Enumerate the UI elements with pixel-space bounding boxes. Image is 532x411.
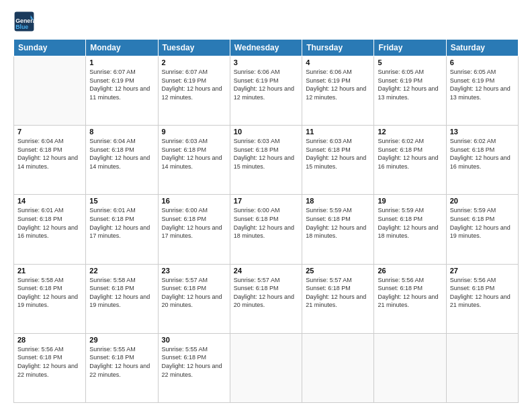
calendar-day-cell: 3Sunrise: 6:06 AMSunset: 6:19 PMDaylight… bbox=[230, 56, 302, 126]
day-info: Sunrise: 5:57 AMSunset: 6:18 PMDaylight:… bbox=[234, 276, 298, 310]
calendar-day-cell: 5Sunrise: 6:05 AMSunset: 6:19 PMDaylight… bbox=[374, 56, 446, 126]
day-number: 17 bbox=[234, 197, 298, 205]
day-info: Sunrise: 6:05 AMSunset: 6:19 PMDaylight:… bbox=[378, 68, 442, 101]
day-info: Sunrise: 6:04 AMSunset: 6:18 PMDaylight:… bbox=[89, 137, 154, 171]
day-info: Sunrise: 6:02 AMSunset: 6:18 PMDaylight:… bbox=[378, 137, 442, 171]
day-number: 25 bbox=[306, 267, 370, 275]
day-number: 16 bbox=[162, 197, 226, 205]
weekday-header-cell: Thursday bbox=[302, 40, 374, 56]
calendar-day-cell: 7Sunrise: 6:04 AMSunset: 6:18 PMDaylight… bbox=[14, 126, 86, 195]
calendar-week-row: 7Sunrise: 6:04 AMSunset: 6:18 PMDaylight… bbox=[14, 126, 519, 195]
calendar-day-cell: 28Sunrise: 5:56 AMSunset: 6:18 PMDayligh… bbox=[14, 333, 86, 402]
calendar-day-cell bbox=[14, 56, 86, 126]
day-info: Sunrise: 5:59 AMSunset: 6:18 PMDaylight:… bbox=[378, 206, 442, 240]
calendar-day-cell: 20Sunrise: 5:59 AMSunset: 6:18 PMDayligh… bbox=[446, 195, 518, 264]
calendar-day-cell: 17Sunrise: 6:00 AMSunset: 6:18 PMDayligh… bbox=[230, 195, 302, 264]
day-number: 6 bbox=[450, 58, 515, 66]
day-number: 18 bbox=[306, 197, 370, 205]
day-number: 1 bbox=[89, 58, 154, 66]
day-number: 10 bbox=[234, 128, 298, 136]
calendar-table: SundayMondayTuesdayWednesdayThursdayFrid… bbox=[13, 39, 519, 403]
day-info: Sunrise: 5:56 AMSunset: 6:18 PMDaylight:… bbox=[378, 276, 442, 310]
calendar-week-row: 1Sunrise: 6:07 AMSunset: 6:19 PMDaylight… bbox=[14, 56, 519, 126]
day-info: Sunrise: 6:07 AMSunset: 6:19 PMDaylight:… bbox=[89, 68, 154, 101]
calendar-body: 1Sunrise: 6:07 AMSunset: 6:19 PMDaylight… bbox=[14, 56, 519, 403]
calendar-day-cell: 9Sunrise: 6:03 AMSunset: 6:18 PMDaylight… bbox=[158, 126, 230, 195]
header: General Blue bbox=[13, 11, 519, 32]
day-number: 20 bbox=[450, 197, 515, 205]
calendar-day-cell bbox=[374, 333, 446, 402]
logo: General Blue bbox=[13, 11, 38, 32]
calendar-day-cell: 14Sunrise: 6:01 AMSunset: 6:18 PMDayligh… bbox=[14, 195, 86, 264]
calendar-day-cell: 1Sunrise: 6:07 AMSunset: 6:19 PMDaylight… bbox=[86, 56, 158, 126]
calendar-day-cell: 15Sunrise: 6:01 AMSunset: 6:18 PMDayligh… bbox=[86, 195, 158, 264]
calendar-day-cell: 23Sunrise: 5:57 AMSunset: 6:18 PMDayligh… bbox=[158, 264, 230, 333]
day-number: 24 bbox=[234, 267, 298, 275]
day-number: 27 bbox=[450, 267, 515, 275]
day-info: Sunrise: 6:06 AMSunset: 6:19 PMDaylight:… bbox=[234, 68, 298, 101]
day-number: 3 bbox=[234, 58, 298, 66]
day-info: Sunrise: 5:55 AMSunset: 6:18 PMDaylight:… bbox=[89, 345, 154, 379]
day-number: 7 bbox=[17, 128, 82, 136]
weekday-header-cell: Tuesday bbox=[158, 40, 230, 56]
svg-text:Blue: Blue bbox=[15, 24, 28, 30]
day-info: Sunrise: 6:06 AMSunset: 6:19 PMDaylight:… bbox=[306, 68, 370, 101]
day-number: 11 bbox=[306, 128, 370, 136]
day-info: Sunrise: 5:55 AMSunset: 6:18 PMDaylight:… bbox=[162, 345, 226, 379]
calendar-day-cell: 25Sunrise: 5:57 AMSunset: 6:18 PMDayligh… bbox=[302, 264, 374, 333]
day-info: Sunrise: 6:01 AMSunset: 6:18 PMDaylight:… bbox=[17, 206, 82, 240]
day-number: 30 bbox=[162, 336, 226, 344]
calendar-week-row: 14Sunrise: 6:01 AMSunset: 6:18 PMDayligh… bbox=[14, 195, 519, 264]
day-number: 29 bbox=[89, 336, 154, 344]
day-number: 4 bbox=[306, 58, 370, 66]
logo-icon: General Blue bbox=[13, 11, 35, 32]
day-info: Sunrise: 5:57 AMSunset: 6:18 PMDaylight:… bbox=[162, 276, 226, 310]
day-info: Sunrise: 6:01 AMSunset: 6:18 PMDaylight:… bbox=[89, 206, 154, 240]
calendar-day-cell: 26Sunrise: 5:56 AMSunset: 6:18 PMDayligh… bbox=[374, 264, 446, 333]
weekday-header-cell: Saturday bbox=[446, 40, 518, 56]
calendar-day-cell bbox=[302, 333, 374, 402]
day-number: 14 bbox=[17, 197, 82, 205]
day-info: Sunrise: 6:03 AMSunset: 6:18 PMDaylight:… bbox=[306, 137, 370, 171]
day-info: Sunrise: 5:59 AMSunset: 6:18 PMDaylight:… bbox=[450, 206, 515, 240]
calendar-day-cell: 27Sunrise: 5:56 AMSunset: 6:18 PMDayligh… bbox=[446, 264, 518, 333]
calendar-day-cell: 24Sunrise: 5:57 AMSunset: 6:18 PMDayligh… bbox=[230, 264, 302, 333]
day-info: Sunrise: 6:00 AMSunset: 6:18 PMDaylight:… bbox=[162, 206, 226, 240]
calendar-day-cell: 2Sunrise: 6:07 AMSunset: 6:19 PMDaylight… bbox=[158, 56, 230, 126]
day-number: 13 bbox=[450, 128, 515, 136]
calendar-day-cell: 19Sunrise: 5:59 AMSunset: 6:18 PMDayligh… bbox=[374, 195, 446, 264]
day-number: 9 bbox=[162, 128, 226, 136]
day-number: 19 bbox=[378, 197, 442, 205]
calendar-day-cell: 8Sunrise: 6:04 AMSunset: 6:18 PMDaylight… bbox=[86, 126, 158, 195]
day-info: Sunrise: 6:00 AMSunset: 6:18 PMDaylight:… bbox=[234, 206, 298, 240]
weekday-header-cell: Sunday bbox=[14, 40, 86, 56]
weekday-header-cell: Friday bbox=[374, 40, 446, 56]
calendar-day-cell: 16Sunrise: 6:00 AMSunset: 6:18 PMDayligh… bbox=[158, 195, 230, 264]
day-info: Sunrise: 5:56 AMSunset: 6:18 PMDaylight:… bbox=[17, 345, 82, 379]
day-info: Sunrise: 6:04 AMSunset: 6:18 PMDaylight:… bbox=[17, 137, 82, 171]
calendar-day-cell: 29Sunrise: 5:55 AMSunset: 6:18 PMDayligh… bbox=[86, 333, 158, 402]
calendar-day-cell: 13Sunrise: 6:02 AMSunset: 6:18 PMDayligh… bbox=[446, 126, 518, 195]
calendar-day-cell: 18Sunrise: 5:59 AMSunset: 6:18 PMDayligh… bbox=[302, 195, 374, 264]
day-info: Sunrise: 6:02 AMSunset: 6:18 PMDaylight:… bbox=[450, 137, 515, 171]
day-number: 12 bbox=[378, 128, 442, 136]
day-number: 2 bbox=[162, 58, 226, 66]
calendar-day-cell: 21Sunrise: 5:58 AMSunset: 6:18 PMDayligh… bbox=[14, 264, 86, 333]
calendar-day-cell: 6Sunrise: 6:05 AMSunset: 6:19 PMDaylight… bbox=[446, 56, 518, 126]
day-number: 26 bbox=[378, 267, 442, 275]
day-info: Sunrise: 6:03 AMSunset: 6:18 PMDaylight:… bbox=[234, 137, 298, 171]
day-number: 23 bbox=[162, 267, 226, 275]
day-info: Sunrise: 5:58 AMSunset: 6:18 PMDaylight:… bbox=[89, 276, 154, 310]
calendar-day-cell bbox=[446, 333, 518, 402]
day-info: Sunrise: 5:57 AMSunset: 6:18 PMDaylight:… bbox=[306, 276, 370, 310]
day-number: 21 bbox=[17, 267, 82, 275]
day-number: 28 bbox=[17, 336, 82, 344]
day-info: Sunrise: 6:05 AMSunset: 6:19 PMDaylight:… bbox=[450, 68, 515, 101]
day-info: Sunrise: 6:07 AMSunset: 6:19 PMDaylight:… bbox=[162, 68, 226, 101]
page: General Blue SundayMondayTuesdayWednesda… bbox=[0, 0, 532, 411]
calendar-day-cell bbox=[230, 333, 302, 402]
weekday-header-row: SundayMondayTuesdayWednesdayThursdayFrid… bbox=[14, 40, 519, 56]
calendar-week-row: 28Sunrise: 5:56 AMSunset: 6:18 PMDayligh… bbox=[14, 333, 519, 402]
calendar-day-cell: 10Sunrise: 6:03 AMSunset: 6:18 PMDayligh… bbox=[230, 126, 302, 195]
calendar-day-cell: 30Sunrise: 5:55 AMSunset: 6:18 PMDayligh… bbox=[158, 333, 230, 402]
